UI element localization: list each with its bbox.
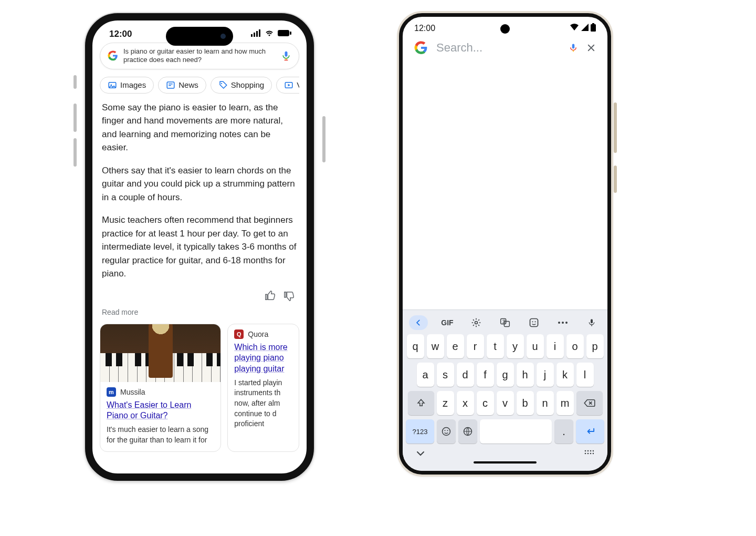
kbd-more-icon[interactable] — [553, 315, 572, 330]
thumbs-up-icon[interactable] — [265, 290, 276, 304]
ai-answer-block: Some say the piano is easier to learn, a… — [100, 99, 299, 281]
svg-rect-16 — [591, 24, 596, 32]
clear-icon[interactable] — [586, 43, 596, 53]
svg-point-28 — [562, 322, 564, 324]
key-j[interactable]: j — [537, 363, 554, 387]
voice-search-icon[interactable] — [569, 43, 578, 53]
svg-point-33 — [445, 430, 446, 431]
key-o[interactable]: o — [566, 334, 584, 358]
key-z[interactable]: z — [437, 391, 454, 415]
card-title[interactable]: What's Easier to Learn Piano or Guitar? — [100, 400, 220, 425]
key-i[interactable]: i — [547, 334, 564, 358]
key-n[interactable]: n — [537, 391, 554, 415]
thumbs-down-icon[interactable] — [284, 290, 295, 304]
front-camera — [500, 24, 510, 34]
kbd-mic-icon[interactable] — [582, 315, 601, 330]
key-y[interactable]: y — [507, 334, 524, 358]
key-numsym[interactable]: ?123 — [406, 419, 434, 444]
key-m[interactable]: m — [556, 391, 574, 415]
iphone-frame: 12:00 Is piano or guitar easier to learn… — [85, 13, 314, 481]
search-bar[interactable]: Is piano or guitar easier to learn and h… — [100, 43, 299, 69]
svg-point-26 — [534, 321, 536, 322]
key-u[interactable]: u — [527, 334, 544, 358]
svg-rect-17 — [592, 23, 594, 25]
iphone-volume-down[interactable] — [74, 138, 77, 167]
key-k[interactable]: k — [556, 363, 574, 387]
key-shift[interactable] — [408, 391, 434, 415]
voice-search-icon[interactable] — [281, 50, 291, 61]
svg-rect-6 — [285, 51, 288, 57]
android-power-button[interactable] — [614, 166, 617, 193]
kbd-grid-icon[interactable] — [584, 449, 594, 458]
key-period[interactable]: . — [554, 419, 573, 444]
card-title[interactable]: Which is more playing piano playing guit… — [228, 342, 299, 378]
svg-rect-24 — [530, 319, 538, 327]
gesture-bar[interactable] — [474, 461, 537, 463]
key-space[interactable] — [480, 419, 552, 444]
key-e[interactable]: e — [447, 334, 464, 358]
key-language[interactable] — [458, 419, 477, 444]
kbd-collapse-icon[interactable] — [416, 449, 425, 458]
svg-point-43 — [593, 453, 594, 455]
chip-images[interactable]: Images — [100, 77, 154, 94]
key-w[interactable]: w — [427, 334, 444, 358]
svg-text:文: 文 — [502, 319, 506, 324]
search-placeholder: Search... — [436, 41, 560, 55]
svg-point-40 — [585, 453, 586, 455]
kbd-back-icon[interactable] — [409, 315, 428, 330]
google-logo-icon — [414, 41, 428, 55]
android-volume-rocker[interactable] — [614, 102, 617, 153]
card-snippet: It's much easier to learn a song for the… — [100, 425, 220, 451]
key-t[interactable]: t — [487, 334, 504, 358]
search-bar[interactable]: Search... — [403, 36, 607, 59]
key-r[interactable]: r — [467, 334, 484, 358]
key-backspace[interactable] — [576, 391, 603, 415]
images-icon — [108, 80, 117, 90]
answer-paragraph: Music teachers often recommend that begi… — [102, 213, 297, 281]
svg-rect-3 — [259, 29, 260, 37]
key-emoji[interactable] — [437, 419, 456, 444]
key-p[interactable]: p — [586, 334, 604, 358]
status-time: 12:00 — [414, 24, 435, 33]
source-name: Quora — [248, 330, 268, 338]
key-a[interactable]: a — [417, 363, 434, 387]
google-logo-icon — [108, 50, 118, 61]
iphone-volume-up[interactable] — [74, 104, 77, 132]
key-g[interactable]: g — [497, 363, 514, 387]
key-b[interactable]: b — [517, 391, 534, 415]
cellular-icon — [581, 24, 589, 33]
result-card[interactable]: Q Quora Which is more playing piano play… — [227, 324, 299, 452]
svg-rect-4 — [278, 30, 289, 36]
result-card[interactable]: m Mussila What's Easier to Learn Piano o… — [100, 324, 221, 452]
key-h[interactable]: h — [517, 363, 534, 387]
chip-news[interactable]: News — [158, 77, 206, 94]
svg-point-25 — [532, 321, 533, 322]
key-l[interactable]: l — [576, 363, 594, 387]
answer-paragraph: Others say that it's easier to learn cho… — [102, 164, 297, 204]
kbd-translate-icon[interactable]: 文 — [496, 315, 514, 330]
kbd-gif-button[interactable]: GIF — [438, 315, 457, 330]
svg-rect-2 — [256, 31, 258, 37]
card-snippet: I started playin instruments th now, aft… — [228, 378, 299, 436]
key-f[interactable]: f — [477, 363, 494, 387]
key-d[interactable]: d — [457, 363, 474, 387]
svg-point-34 — [447, 430, 448, 431]
keyboard-bottom-row: ?123 . — [403, 419, 607, 444]
iphone-mute-switch[interactable] — [74, 75, 77, 89]
key-q[interactable]: q — [407, 334, 424, 358]
kbd-sticker-icon[interactable] — [524, 315, 543, 330]
kbd-settings-icon[interactable] — [467, 315, 486, 330]
iphone-power-button[interactable] — [322, 116, 326, 162]
battery-icon — [591, 23, 596, 34]
svg-point-39 — [593, 450, 594, 452]
filter-chips-row: Images News Shopping Vide — [100, 77, 299, 94]
key-c[interactable]: c — [477, 391, 494, 415]
chip-shopping[interactable]: Shopping — [211, 77, 272, 94]
key-enter[interactable] — [576, 419, 604, 444]
chip-videos[interactable]: Vide — [276, 77, 299, 94]
keyboard-row: a s d f g h j k l — [406, 363, 604, 387]
key-v[interactable]: v — [497, 391, 514, 415]
key-s[interactable]: s — [437, 363, 454, 387]
key-x[interactable]: x — [457, 391, 474, 415]
read-more-link[interactable]: Read more — [100, 306, 299, 324]
